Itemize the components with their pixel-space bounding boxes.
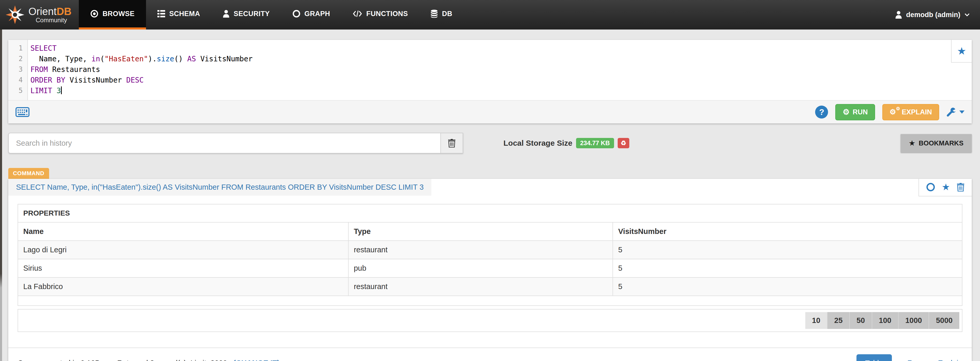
query-editor-card: 1 2 3 4 5 SELECT Name, Type, in("HasEate… (8, 40, 972, 123)
clear-history-button[interactable] (441, 133, 463, 153)
command-actions: ★ (918, 179, 972, 196)
eye-icon (90, 10, 99, 18)
delete-result-icon[interactable] (957, 183, 964, 192)
help-icon[interactable]: ? (815, 105, 828, 118)
cell-name: Lago di Legri (18, 241, 348, 259)
table-row[interactable]: Sirius pub 5 (18, 259, 962, 277)
circle-icon (293, 10, 300, 18)
editor-code-area[interactable]: SELECT Name, Type, in("HasEaten").size()… (28, 40, 972, 100)
star-icon: ★ (957, 46, 966, 56)
properties-table: PROPERTIES Name Type VisitsNumber Lago d… (18, 204, 963, 306)
column-header-type: Type (348, 222, 613, 241)
history-bar: Local Storage Size 234.77 KB ♻ ★ BOOKMAR… (8, 133, 972, 153)
tab-graph[interactable]: GRAPH (281, 0, 342, 29)
orientdb-logo: OrientDB Community (0, 0, 79, 29)
cell-type: restaurant (348, 241, 613, 259)
cell-name: La Fabbrico (18, 277, 348, 296)
tab-functions[interactable]: FUNCTIONS (341, 0, 419, 29)
cell-type: pub (348, 259, 613, 277)
command-result-card: SELECT Name, Type, in("HasEaten").size()… (8, 179, 972, 361)
result-table-container: PROPERTIES Name Type VisitsNumber Lago d… (8, 198, 972, 332)
user-menu[interactable]: demodb (admin) (885, 0, 980, 29)
run-button[interactable]: ⚙ RUN (835, 104, 875, 120)
result-footer: Query executed in 0.105 sec. Returned 3 … (8, 348, 972, 361)
bookmark-star-icon[interactable]: ★ (942, 182, 950, 192)
wrench-icon (947, 107, 956, 117)
cell-visitsnumber: 5 (613, 241, 962, 259)
local-storage-size-badge: 234.77 KB (576, 138, 614, 148)
page-size-10[interactable]: 10 (805, 312, 827, 329)
bookmarks-button[interactable]: ★ BOOKMARKS (900, 134, 972, 152)
main-nav-tabs: BROWSE SCHEMA SECURITY GRAPH FUNCTIONS (79, 0, 464, 29)
cell-type: restaurant (348, 277, 613, 296)
orientdb-star-logo-icon (5, 5, 25, 25)
bookmark-query-button[interactable]: ★ (951, 40, 972, 62)
tab-db[interactable]: DB (419, 0, 464, 29)
caret-down-icon (959, 110, 964, 113)
gears-icon: ⚙⚙ (889, 109, 899, 116)
user-menu-label: demodb (admin) (906, 11, 960, 19)
user-icon (223, 10, 229, 18)
column-header-name: Name (18, 222, 348, 241)
user-icon (895, 11, 902, 19)
search-history-input[interactable] (8, 133, 441, 153)
clear-storage-button[interactable]: ♻ (618, 138, 630, 148)
cell-name: Sirius (18, 259, 348, 277)
code-icon (353, 10, 362, 18)
code-line: SELECT (30, 43, 972, 54)
query-settings-dropdown[interactable] (947, 107, 964, 117)
line-number: 1 (8, 43, 27, 54)
brand-subtitle: Community (29, 17, 72, 23)
tab-browse[interactable]: BROWSE (79, 0, 146, 29)
cell-visitsnumber: 5 (613, 277, 962, 296)
text-cursor (61, 86, 62, 94)
command-type-badge: COMMAND (8, 168, 49, 179)
table-row[interactable]: La Fabbrico restaurant 5 (18, 277, 962, 296)
star-icon: ★ (909, 139, 915, 147)
cell-visitsnumber: 5 (613, 259, 962, 277)
tab-schema[interactable]: SCHEMA (146, 0, 212, 29)
table-row[interactable]: Lago di Legri restaurant 5 (18, 241, 962, 259)
page-size-50[interactable]: 50 (849, 312, 872, 329)
code-line: ORDER BY VisitsNumber DESC (30, 75, 972, 85)
history-search-group (8, 133, 463, 153)
view-explain-button[interactable]: Explain (938, 359, 963, 361)
change-limit-link[interactable]: (CHANGE IT) (233, 359, 280, 361)
code-line: Name, Type, in("HasEaten").size() AS Vis… (30, 54, 972, 64)
explain-button[interactable]: ⚙⚙ EXPLAIN (882, 104, 939, 120)
code-line: LIMIT 3 (30, 85, 972, 96)
view-raw-button[interactable]: Raw (907, 359, 923, 361)
page-size-selector: 10 25 50 100 1000 5000 (18, 309, 963, 332)
chevron-down-icon (964, 13, 970, 16)
page-size-25[interactable]: 25 (827, 312, 849, 329)
table-title: PROPERTIES (18, 204, 962, 222)
page-size-5000[interactable]: 5000 (929, 312, 959, 329)
database-icon (431, 10, 438, 18)
code-line: FROM Restaurants (30, 64, 972, 75)
gear-icon: ⚙ (843, 108, 850, 116)
empty-row (18, 296, 962, 306)
command-header: SELECT Name, Type, in("HasEaten").size()… (8, 179, 972, 198)
tasks-icon (158, 10, 165, 18)
view-table-button[interactable]: Table (856, 354, 892, 361)
editor-line-number-gutter: 1 2 3 4 5 (8, 40, 28, 100)
window-edge-strip (0, 29, 2, 361)
view-switcher: Table Raw Explain (856, 354, 963, 361)
page-size-1000[interactable]: 1000 (898, 312, 929, 329)
local-storage-label: Local Storage Size (503, 139, 573, 147)
column-header-visitsnumber: VisitsNumber (613, 222, 962, 241)
rerun-query-icon[interactable] (926, 183, 935, 192)
line-number: 5 (8, 85, 27, 96)
page-size-100[interactable]: 100 (872, 312, 898, 329)
sql-code-editor[interactable]: 1 2 3 4 5 SELECT Name, Type, in("HasEate… (8, 40, 972, 100)
local-storage-info: Local Storage Size 234.77 KB ♻ (503, 138, 629, 148)
recycle-icon: ♻ (621, 139, 627, 147)
line-number: 2 (8, 54, 27, 64)
line-number: 4 (8, 75, 27, 85)
query-status-text: Query executed in 0.105 sec. Returned 3 … (18, 359, 227, 361)
tab-security[interactable]: SECURITY (212, 0, 281, 29)
brand-name: OrientDB (29, 6, 72, 17)
keyboard-shortcuts-icon[interactable] (16, 107, 29, 117)
executed-query-link[interactable]: SELECT Name, Type, in("HasEaten").size()… (8, 179, 431, 196)
top-navbar: OrientDB Community BROWSE SCHEMA SECURIT… (0, 0, 980, 29)
